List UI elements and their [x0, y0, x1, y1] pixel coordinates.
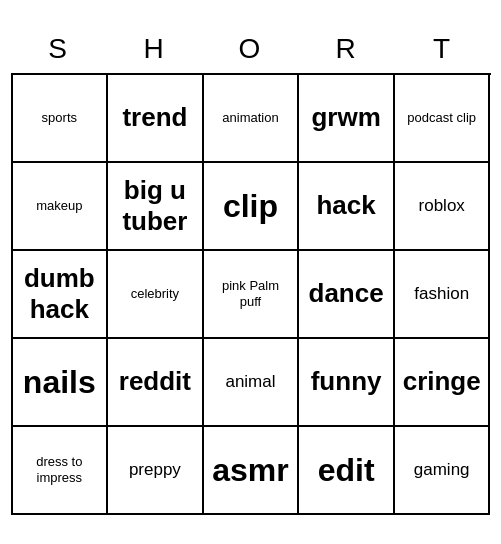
bingo-cell: preppy — [108, 427, 204, 515]
bingo-cell: fashion — [395, 251, 491, 339]
bingo-cell: sports — [13, 75, 109, 163]
bingo-cell: nails — [13, 339, 109, 427]
cell-text: grwm — [311, 102, 380, 133]
bingo-cell: edit — [299, 427, 395, 515]
bingo-cell: reddit — [108, 339, 204, 427]
cell-text: funny — [311, 366, 382, 397]
bingo-cell: dance — [299, 251, 395, 339]
header-letter: T — [395, 29, 491, 69]
cell-text: edit — [318, 451, 375, 489]
cell-text: makeup — [36, 198, 82, 214]
bingo-cell: gaming — [395, 427, 491, 515]
cell-text: big u tuber — [114, 175, 196, 237]
header-letter: R — [299, 29, 395, 69]
cell-text: asmr — [212, 451, 289, 489]
bingo-cell: roblox — [395, 163, 491, 251]
bingo-cell: hack — [299, 163, 395, 251]
bingo-header: SHORT — [11, 29, 491, 69]
bingo-cell: grwm — [299, 75, 395, 163]
cell-text: dumb hack — [19, 263, 101, 325]
bingo-cell: celebrity — [108, 251, 204, 339]
bingo-cell: clip — [204, 163, 300, 251]
bingo-card: SHORT sportstrendanimationgrwmpodcast cl… — [11, 29, 491, 515]
cell-text: preppy — [129, 460, 181, 480]
bingo-cell: cringe — [395, 339, 491, 427]
cell-text: celebrity — [131, 286, 179, 302]
bingo-cell: dress to impress — [13, 427, 109, 515]
header-letter: O — [203, 29, 299, 69]
cell-text: animal — [225, 372, 275, 392]
cell-text: dress to impress — [19, 454, 101, 485]
bingo-cell: trend — [108, 75, 204, 163]
cell-text: nails — [23, 363, 96, 401]
bingo-cell: pink Palm puff — [204, 251, 300, 339]
header-letter: H — [107, 29, 203, 69]
bingo-cell: dumb hack — [13, 251, 109, 339]
bingo-cell: big u tuber — [108, 163, 204, 251]
cell-text: cringe — [403, 366, 481, 397]
bingo-cell: makeup — [13, 163, 109, 251]
bingo-grid: sportstrendanimationgrwmpodcast clipmake… — [11, 73, 491, 515]
cell-text: reddit — [119, 366, 191, 397]
cell-text: pink Palm puff — [210, 278, 292, 309]
cell-text: podcast clip — [407, 110, 476, 126]
cell-text: dance — [309, 278, 384, 309]
bingo-cell: podcast clip — [395, 75, 491, 163]
bingo-cell: funny — [299, 339, 395, 427]
cell-text: fashion — [414, 284, 469, 304]
cell-text: trend — [122, 102, 187, 133]
cell-text: hack — [316, 190, 375, 221]
header-letter: S — [11, 29, 107, 69]
cell-text: gaming — [414, 460, 470, 480]
bingo-cell: animal — [204, 339, 300, 427]
cell-text: animation — [222, 110, 278, 126]
cell-text: roblox — [419, 196, 465, 216]
cell-text: sports — [42, 110, 77, 126]
bingo-cell: asmr — [204, 427, 300, 515]
cell-text: clip — [223, 187, 278, 225]
bingo-cell: animation — [204, 75, 300, 163]
